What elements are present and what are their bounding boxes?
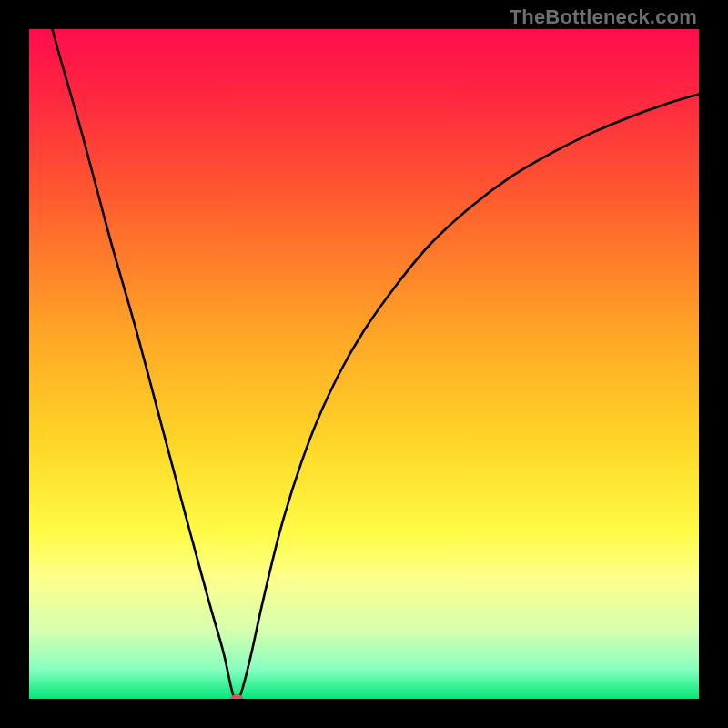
watermark-text: TheBottleneck.com — [510, 5, 697, 29]
bottleneck-curve — [29, 29, 699, 699]
chart-frame: TheBottleneck.com — [0, 0, 728, 728]
plot-area — [29, 29, 699, 699]
